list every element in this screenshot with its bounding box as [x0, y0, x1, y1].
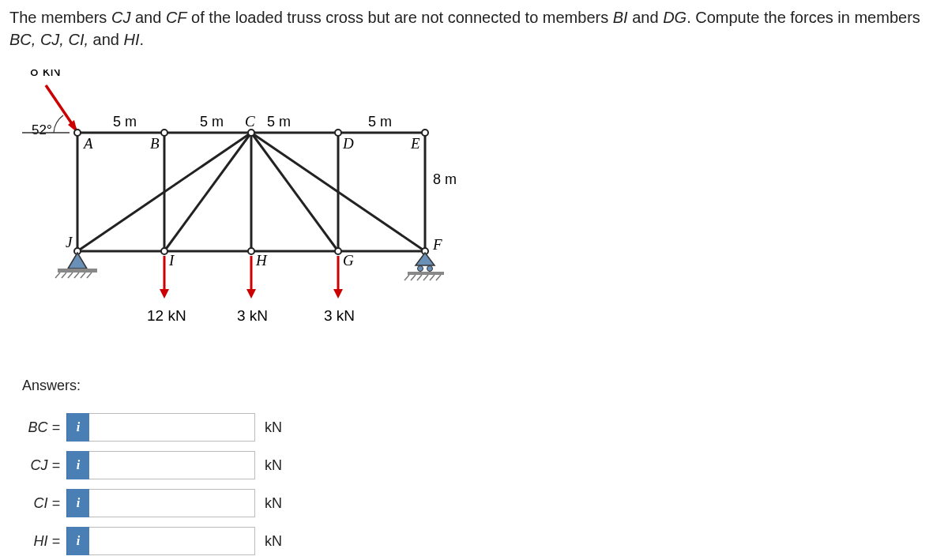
roller-support-f [404, 253, 444, 280]
hi-input[interactable] [89, 527, 255, 555]
member-ci [164, 133, 251, 251]
node-label-j: J [66, 234, 73, 250]
svg-point-8 [161, 248, 167, 254]
svg-line-17 [74, 272, 79, 278]
svg-line-27 [423, 275, 428, 280]
node-label-g: G [343, 252, 354, 269]
svg-point-3 [161, 130, 167, 136]
svg-line-18 [81, 272, 85, 278]
node-label-c: C [245, 113, 255, 130]
answer-label-cj: CJ = [22, 457, 60, 474]
span-label-4: 5 m [368, 114, 392, 130]
unit-cj: kN [265, 457, 282, 474]
svg-marker-20 [416, 253, 434, 265]
svg-line-15 [62, 272, 66, 278]
node-label-h: H [255, 252, 268, 269]
svg-line-26 [417, 275, 422, 280]
svg-point-2 [74, 130, 81, 136]
svg-point-5 [335, 130, 341, 136]
angle-arc [54, 115, 63, 133]
svg-line-29 [436, 275, 441, 280]
load-label-h: 3 kN [237, 307, 268, 324]
problem-statement: The members CJ and CF of the loaded trus… [9, 6, 939, 51]
svg-marker-12 [68, 253, 87, 269]
answer-row-ci: CI = i kN [22, 489, 939, 517]
unit-ci: kN [265, 495, 282, 512]
svg-point-4 [248, 130, 254, 136]
bc-input[interactable] [89, 413, 255, 442]
svg-point-21 [418, 266, 423, 272]
svg-rect-23 [408, 272, 444, 275]
svg-marker-33 [246, 289, 256, 299]
info-icon[interactable]: i [66, 527, 89, 555]
answer-row-cj: CJ = i kN [22, 451, 939, 479]
answer-label-bc: BC = [22, 419, 60, 436]
answers-section: Answers: BC = i kN CJ = i kN CI = i kN H… [22, 378, 939, 555]
svg-line-25 [411, 275, 416, 280]
ci-input[interactable] [89, 489, 255, 517]
info-icon[interactable]: i [66, 451, 89, 479]
svg-point-10 [335, 248, 341, 254]
load-label-g: 3 kN [324, 307, 355, 324]
node-label-i: I [168, 252, 175, 269]
svg-marker-35 [333, 289, 343, 299]
pin-support-j [55, 253, 97, 278]
load-label-i: 12 kN [147, 307, 186, 324]
node-label-b: B [150, 135, 160, 152]
node-label-f: F [432, 236, 442, 253]
answer-label-ci: CI = [22, 495, 60, 512]
info-icon[interactable]: i [66, 413, 89, 442]
height-label: 8 m [433, 171, 457, 187]
node-label-e: E [410, 135, 420, 152]
answer-row-hi: HI = i kN [22, 527, 939, 555]
load-arrow-i [160, 256, 169, 299]
svg-line-28 [430, 275, 434, 280]
svg-point-6 [422, 130, 428, 136]
answer-row-bc: BC = i kN [22, 413, 939, 442]
answers-header: Answers: [22, 378, 939, 394]
svg-line-19 [87, 272, 92, 278]
svg-point-22 [427, 266, 433, 272]
svg-point-9 [248, 248, 254, 254]
unit-bc: kN [265, 419, 282, 436]
member-cg [251, 133, 338, 251]
svg-line-24 [404, 275, 409, 280]
span-label-3: 5 m [267, 114, 291, 130]
cj-input[interactable] [89, 451, 255, 479]
svg-rect-13 [58, 269, 97, 272]
svg-line-16 [68, 272, 73, 278]
node-label-d: D [342, 135, 354, 152]
load-arrow-g [333, 256, 343, 299]
unit-hi: kN [265, 533, 282, 550]
svg-line-14 [55, 272, 60, 278]
load-arrow-h [246, 256, 256, 299]
svg-marker-31 [160, 289, 169, 299]
angle-label: 52° [32, 122, 52, 137]
load-top-label: 8 kN [30, 70, 61, 79]
node-label-a: A [82, 135, 93, 152]
truss-diagram: 8 kN 52° 5 m 5 m 5 m 5 m C A B D E J I H… [22, 70, 939, 346]
info-icon[interactable]: i [66, 489, 89, 517]
answer-label-hi: HI = [22, 533, 60, 550]
span-label-2: 5 m [200, 114, 224, 130]
span-label-1: 5 m [113, 114, 137, 130]
